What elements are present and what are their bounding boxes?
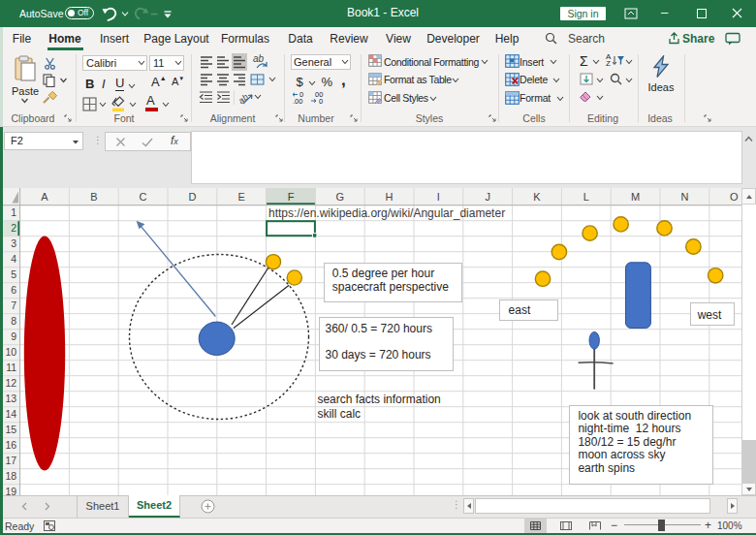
svg-text:14: 14 — [5, 408, 16, 420]
svg-text:13: 13 — [5, 393, 16, 404]
svg-text:H: H — [386, 191, 394, 203]
svg-text:C: C — [140, 191, 147, 203]
svg-text:6: 6 — [11, 284, 16, 296]
svg-text:3: 3 — [11, 237, 16, 249]
svg-text:4: 4 — [11, 253, 16, 265]
svg-text:1: 1 — [11, 206, 16, 218]
svg-text:E: E — [238, 191, 245, 203]
svg-text:G: G — [336, 191, 345, 203]
svg-text:A: A — [41, 191, 48, 203]
svg-text:N: N — [680, 191, 688, 203]
svg-text:L: L — [583, 191, 589, 203]
svg-text:12: 12 — [5, 377, 16, 389]
svg-text:M: M — [631, 191, 640, 203]
svg-text:K: K — [533, 191, 541, 203]
svg-text:11: 11 — [6, 362, 16, 373]
svg-text:18: 18 — [5, 470, 16, 482]
svg-text:7: 7 — [11, 299, 16, 311]
svg-text:2: 2 — [11, 222, 16, 234]
svg-text:5: 5 — [11, 268, 16, 280]
svg-text:F: F — [288, 191, 295, 203]
svg-text:9: 9 — [11, 330, 16, 342]
svg-text:B: B — [90, 191, 97, 203]
svg-text:15: 15 — [5, 424, 16, 435]
svg-text:10: 10 — [5, 346, 16, 358]
svg-text:J: J — [485, 191, 490, 203]
svg-text:17: 17 — [5, 455, 16, 466]
svg-text:16: 16 — [5, 439, 16, 451]
svg-text:D: D — [188, 191, 196, 203]
svg-text:8: 8 — [11, 315, 16, 327]
svg-text:I: I — [437, 191, 440, 203]
svg-text:O: O — [730, 191, 739, 203]
